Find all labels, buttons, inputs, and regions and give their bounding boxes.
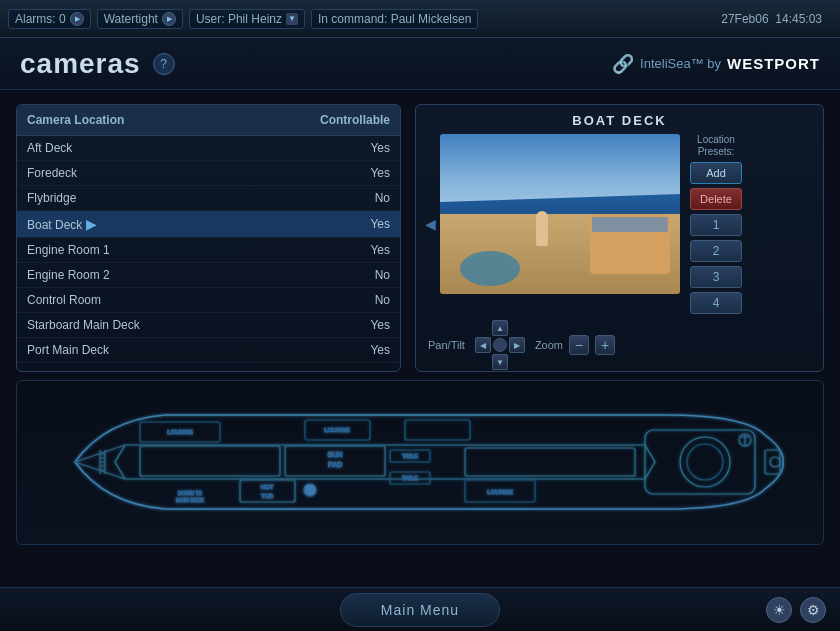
camera-controllable-cell: Yes <box>245 136 400 161</box>
settings-icon[interactable]: ⚙ <box>800 597 826 623</box>
user-section[interactable]: User: Phil Heinz ▼ <box>189 9 305 29</box>
zoom-section: Zoom − + <box>535 335 615 355</box>
camera-viewer: BOAT DECK ◀ LocationPresets: Add <box>415 104 824 372</box>
watertight-play-button[interactable] <box>162 12 176 26</box>
main-menu-button[interactable]: Main Menu <box>340 593 500 627</box>
watertight-indicator[interactable]: Watertight <box>97 9 183 29</box>
dpad-up-button[interactable]: ▲ <box>492 320 508 336</box>
zoom-out-button[interactable]: − <box>569 335 589 355</box>
table-row[interactable]: Flybridge No <box>17 186 400 211</box>
dpad-right-button[interactable]: ▶ <box>509 337 525 353</box>
user-label: User: Phil Heinz <box>196 12 282 26</box>
camera-viewer-title: BOAT DECK <box>424 113 815 128</box>
camera-controllable-cell: Yes <box>245 238 400 263</box>
svg-text:PAD: PAD <box>328 461 342 468</box>
top-bar: Alarms: 0 Watertight User: Phil Heinz ▼ … <box>0 0 840 38</box>
viewer-left-arrow[interactable]: ◀ <box>424 134 436 314</box>
delete-preset-button[interactable]: Delete <box>690 188 742 210</box>
dpad-down-button[interactable]: ▼ <box>492 354 508 370</box>
incommand-indicator: In command: Paul Mickelsen <box>311 9 478 29</box>
zoom-in-button[interactable]: + <box>595 335 615 355</box>
header: cameras ? 🔗 InteliSea™ by WESTPORT <box>0 38 840 90</box>
svg-text:LOUNGE: LOUNGE <box>487 489 512 495</box>
camera-viewer-main: ◀ LocationPresets: Add Delete 1 2 3 <box>424 134 815 314</box>
camera-controllable-cell: No <box>245 263 400 288</box>
ptz-controls: Pan/Tilt ▲ ▼ ◀ ▶ Zoom − + <box>424 314 815 374</box>
camera-controllable-cell: No <box>245 288 400 313</box>
camera-controllable-cell: Yes <box>245 338 400 363</box>
table-row[interactable]: Aft Deck Yes <box>17 136 400 161</box>
logo-icon: 🔗 <box>612 53 634 75</box>
table-row[interactable]: Engine Room 1 Yes <box>17 238 400 263</box>
boat-diagram: SUN PAD HOT TUB LOUNGE LOUNGE LOUNGE TAB… <box>16 380 824 545</box>
table-row[interactable]: Foredeck Yes <box>17 161 400 186</box>
svg-rect-7 <box>140 446 280 476</box>
svg-rect-16 <box>405 420 470 440</box>
user-dropdown-arrow[interactable]: ▼ <box>286 13 298 25</box>
bottom-bar: Main Menu ☀ ⚙ <box>0 587 840 631</box>
col-controllable-header: Controllable <box>245 105 400 136</box>
pantilt-label: Pan/Tilt <box>428 339 465 351</box>
logo-text: InteliSea™ by <box>640 56 721 71</box>
camera-controllable-cell: Yes <box>245 161 400 186</box>
camera-location-cell: Control Room <box>17 288 245 313</box>
incommand-label: In command: Paul Mickelsen <box>318 12 471 26</box>
camera-table: Camera Location Controllable Aft Deck Ye… <box>17 105 400 363</box>
camera-location-cell: Flybridge <box>17 186 245 211</box>
brightness-icon[interactable]: ☀ <box>766 597 792 623</box>
logo-brand: WESTPORT <box>727 55 820 72</box>
svg-text:MAIN DECK: MAIN DECK <box>176 497 204 503</box>
dpad: ▲ ▼ ◀ ▶ <box>475 320 525 370</box>
table-row[interactable]: Port Main Deck Yes <box>17 338 400 363</box>
table-row[interactable]: Starboard Main Deck Yes <box>17 313 400 338</box>
svg-text:HOT: HOT <box>261 484 274 490</box>
table-row[interactable]: Engine Room 2 No <box>17 263 400 288</box>
logo-area: 🔗 InteliSea™ by WESTPORT <box>612 53 820 75</box>
svg-text:LOUNGE: LOUNGE <box>167 429 192 435</box>
camera-location-cell: Engine Room 2 <box>17 263 245 288</box>
camera-table-container: Camera Location Controllable Aft Deck Ye… <box>16 104 401 372</box>
boat-diagram-svg: SUN PAD HOT TUB LOUNGE LOUNGE LOUNGE TAB… <box>45 390 795 535</box>
table-row[interactable]: Control Room No <box>17 288 400 313</box>
camera-location-cell: Port Main Deck <box>17 338 245 363</box>
page-title: cameras <box>20 48 141 80</box>
preset-1-button[interactable]: 1 <box>690 214 742 236</box>
dpad-left-button[interactable]: ◀ <box>475 337 491 353</box>
svg-text:LOUNGE: LOUNGE <box>324 427 349 433</box>
camera-location-cell: Foredeck <box>17 161 245 186</box>
alarms-label: Alarms: 0 <box>15 12 66 26</box>
svg-point-2 <box>687 444 723 480</box>
table-row[interactable]: Boat Deck▶ Yes <box>17 211 400 238</box>
svg-rect-3 <box>465 448 635 476</box>
camera-location-cell: Starboard Main Deck <box>17 313 245 338</box>
watertight-label: Watertight <box>104 12 158 26</box>
svg-point-11 <box>304 484 316 496</box>
svg-text:TABLE: TABLE <box>402 475 418 481</box>
svg-rect-25 <box>765 450 780 474</box>
camera-image <box>440 134 680 294</box>
main-content: Camera Location Controllable Aft Deck Ye… <box>0 90 840 380</box>
camera-controllable-cell: No <box>245 186 400 211</box>
alarms-play-button[interactable] <box>70 12 84 26</box>
camera-controllable-cell: Yes <box>245 211 400 238</box>
camera-controllable-cell: Yes <box>245 313 400 338</box>
svg-text:TABLE: TABLE <box>402 453 418 459</box>
svg-text:SUN: SUN <box>328 451 343 458</box>
alarms-indicator[interactable]: Alarms: 0 <box>8 9 91 29</box>
help-button[interactable]: ? <box>153 53 175 75</box>
camera-controls-panel: LocationPresets: Add Delete 1 2 3 4 <box>686 134 746 314</box>
preset-2-button[interactable]: 2 <box>690 240 742 262</box>
preset-4-button[interactable]: 4 <box>690 292 742 314</box>
svg-text:DOWN TO: DOWN TO <box>178 490 202 496</box>
svg-point-26 <box>770 457 780 467</box>
camera-location-cell: Aft Deck <box>17 136 245 161</box>
col-location-header: Camera Location <box>17 105 245 136</box>
date-display: 27Feb06 14:45:03 <box>711 12 832 26</box>
svg-text:TUB: TUB <box>261 493 273 499</box>
zoom-label: Zoom <box>535 339 563 351</box>
bottom-icons: ☀ ⚙ <box>766 597 826 623</box>
add-preset-button[interactable]: Add <box>690 162 742 184</box>
camera-location-cell: Boat Deck▶ <box>17 211 245 238</box>
dpad-center <box>493 338 507 352</box>
preset-3-button[interactable]: 3 <box>690 266 742 288</box>
